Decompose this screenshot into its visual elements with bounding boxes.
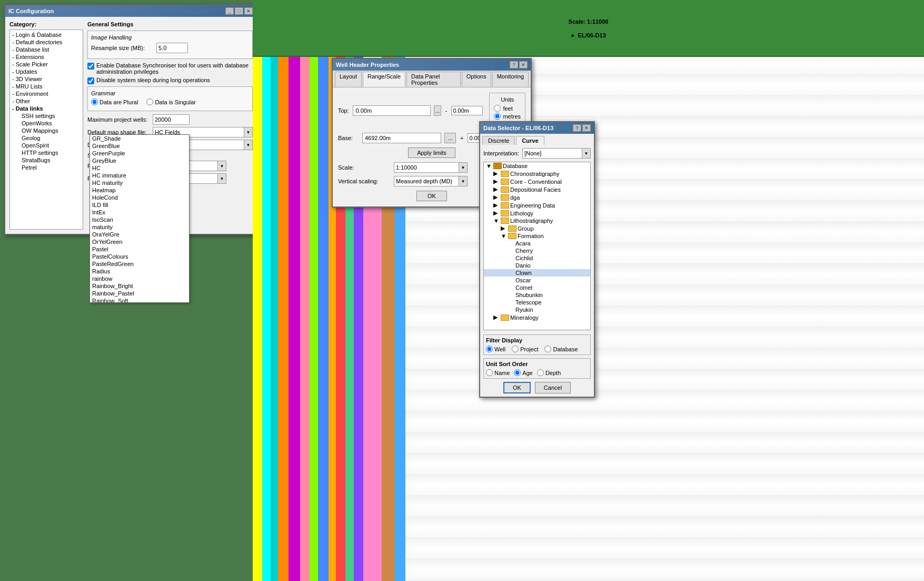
map-shape-dropdown-btn[interactable]: ▼	[244, 127, 252, 137]
tree-item-ow-mappings[interactable]: OW Mappings	[11, 127, 82, 134]
well-header-help-btn[interactable]: ?	[510, 61, 518, 68]
colormap-item-intex[interactable]: IntEx	[90, 209, 189, 216]
ds-tab-curve[interactable]: Curve	[516, 136, 544, 145]
tree-item-geolog[interactable]: Geolog	[11, 134, 82, 142]
radio-plural[interactable]: Data are Plural	[91, 99, 138, 105]
tree-item-data-links[interactable]: - Data links	[11, 105, 82, 112]
vert-scaling-dropdown-btn[interactable]: ▼	[459, 176, 467, 186]
tree-item-login-&-database[interactable]: - Login & Database	[11, 31, 82, 38]
scale-dropdown-btn[interactable]: ▼	[459, 163, 467, 172]
colormap-item-gr_shade[interactable]: GR_Shade	[90, 135, 189, 142]
wh-tab-data-panel-properties[interactable]: Data Panel Properties	[406, 72, 461, 87]
ds-tree-item-database[interactable]: ▼ Database	[484, 162, 590, 170]
sort-radio-name[interactable]: Name	[486, 369, 510, 376]
filter-radio-well[interactable]: Well	[486, 346, 505, 352]
well-header-ok-btn[interactable]: OK	[416, 191, 447, 201]
ds-tree-item-lithology[interactable]: ▶ Lithology	[484, 209, 590, 217]
colormap-item-isoscan[interactable]: IsoScan	[90, 216, 189, 223]
colormap-item-pastelcolours[interactable]: PastelColours	[90, 253, 189, 260]
data-selector-help-btn[interactable]: ?	[573, 124, 581, 132]
units-feet-radio[interactable]	[494, 105, 501, 112]
wh-tab-monitoring[interactable]: Monitoring	[492, 72, 529, 87]
calculation-dropdown-btn[interactable]: ▼	[217, 174, 226, 183]
top-input[interactable]	[353, 105, 431, 116]
surface-gradient-dropdown-btn[interactable]: ▼	[244, 140, 252, 150]
tree-item-updates[interactable]: - Updates	[11, 68, 82, 75]
well-header-close-btn[interactable]: ✕	[519, 61, 528, 68]
importing-dropdown-btn[interactable]: ▼	[217, 161, 226, 171]
ds-tree-item-depositional-facies[interactable]: ▶ Depositional Facies	[484, 185, 590, 193]
tree-item-stratabugs[interactable]: StrataBugs	[11, 156, 82, 164]
ds-tree-item-formation[interactable]: ▼ Formation	[484, 232, 590, 240]
colormap-item-rainbow_bright[interactable]: Rainbow_Bright	[90, 282, 189, 290]
tree-item-scale-picker[interactable]: - Scale Picker	[11, 61, 82, 68]
close-button[interactable]: ✕	[244, 7, 253, 15]
colormap-item-orayelgre[interactable]: OraYelGre	[90, 231, 189, 238]
ds-tree-item-engineering-data[interactable]: ▶ Engineering Data	[484, 201, 590, 209]
tree-item-mru-lists[interactable]: - MRU Lists	[11, 83, 82, 90]
sort-radio-depth[interactable]: Depth	[537, 369, 561, 376]
ds-tree-item-lithostratigraphy[interactable]: ▼ Lithostratigraphy	[484, 217, 590, 224]
colormap-item-maturity[interactable]: maturity	[90, 223, 189, 231]
tree-item-default-directories[interactable]: - Default directories	[11, 38, 82, 46]
colormap-item-holecond[interactable]: HoleCond	[90, 194, 189, 201]
colormap-item-hc-maturity[interactable]: HC maturity	[90, 179, 189, 186]
tree-item-3d-viewer[interactable]: - 3D Viewer	[11, 75, 82, 83]
tree-item-petrel[interactable]: Petrel	[11, 164, 82, 171]
ds-tab-discrete[interactable]: Discrete	[482, 136, 515, 145]
ds-tree-item-mineralogy[interactable]: ▶ Mineralogy	[484, 313, 590, 321]
ds-tree-item-danio[interactable]: Danio	[484, 262, 590, 269]
data-tree[interactable]: ▼ Database▶ Chronostratigraphy▶ Core - C…	[483, 162, 591, 330]
filter-radio-database[interactable]: Database	[544, 346, 578, 352]
wh-tab-range-scale[interactable]: Range/Scale	[363, 72, 405, 87]
vert-scaling-combobox[interactable]: Measured depth (MD) ▼	[394, 176, 468, 186]
top-unit-input[interactable]	[451, 106, 483, 115]
tree-item-extensions[interactable]: - Extensions	[11, 53, 82, 61]
ds-cancel-btn[interactable]: Cancel	[535, 382, 571, 393]
ds-tree-item-clown[interactable]: Clown	[484, 269, 590, 277]
colormap-item-pasteredgreen[interactable]: PasteRedGreen	[90, 260, 189, 268]
ds-tree-item-ryukin[interactable]: Ryukin	[484, 306, 590, 313]
ds-tree-item-acara[interactable]: Acara	[484, 240, 590, 247]
db-sync-checkbox[interactable]	[87, 63, 94, 70]
ds-tree-item-cichlid[interactable]: Cichlid	[484, 254, 590, 262]
colormap-item-rainbow_soft[interactable]: Rainbow_Soft	[90, 297, 189, 303]
data-selector-close-btn[interactable]: ✕	[582, 124, 591, 132]
colormap-dropdown[interactable]: GR_ShadeGreenBlueGreenPurpleGreyBlueHCHC…	[90, 134, 190, 303]
colormap-item-ild-fill[interactable]: ILD fill	[90, 201, 189, 209]
colormap-item-heatmap[interactable]: Heatmap	[90, 186, 189, 194]
tree-item-environment[interactable]: - Environment	[11, 90, 82, 97]
ds-tree-item-core---conventional[interactable]: ▶ Core - Conventional	[484, 178, 590, 185]
maximize-button[interactable]: □	[235, 7, 243, 15]
ds-tree-item-telescope[interactable]: Telescope	[484, 299, 590, 306]
ds-tree-item-chronostratigraphy[interactable]: ▶ Chronostratigraphy	[484, 170, 590, 178]
interp-combobox[interactable]: [None] ▼	[522, 148, 591, 159]
ds-tree-item-oscar[interactable]: Oscar	[484, 277, 590, 284]
colormap-item-greenblue[interactable]: GreenBlue	[90, 142, 189, 150]
resample-input[interactable]	[156, 43, 188, 53]
colormap-item-greenpurple[interactable]: GreenPurple	[90, 150, 189, 157]
ds-ok-btn[interactable]: OK	[503, 382, 531, 393]
interp-dropdown-btn[interactable]: ▼	[582, 149, 590, 158]
tree-item-other[interactable]: - Other	[11, 97, 82, 105]
colormap-item-pastel[interactable]: Pastel	[90, 245, 189, 253]
tree-item-ssh-settings[interactable]: SSH settings	[11, 112, 82, 120]
colormap-item-radius[interactable]: Radius	[90, 268, 189, 275]
base-input[interactable]	[362, 133, 441, 143]
tree-item-openworks[interactable]: OpenWorks	[11, 120, 82, 127]
tree-item-database-list[interactable]: - Database list	[11, 46, 82, 53]
wh-tab-layout[interactable]: Layout	[335, 72, 362, 87]
tree-item-openspirit[interactable]: OpenSpirit	[11, 142, 82, 149]
colormap-item-rainbow_pastel[interactable]: Rainbow_Pastel	[90, 290, 189, 297]
radio-singular[interactable]: Data is Singular	[146, 99, 196, 105]
sort-radio-age[interactable]: Age	[514, 369, 533, 376]
ds-tree-item-cherry[interactable]: Cherry	[484, 247, 590, 254]
filter-radio-project[interactable]: Project	[512, 346, 538, 352]
ds-tree-item-comet[interactable]: Comet	[484, 284, 590, 291]
colormap-item-greyblue[interactable]: GreyBlue	[90, 157, 189, 164]
units-metres-radio[interactable]	[494, 113, 501, 120]
top-browse-btn[interactable]: ...	[434, 105, 441, 116]
colormap-item-hc[interactable]: HC	[90, 164, 189, 172]
ds-tree-item-shubunkin[interactable]: Shubunkin	[484, 291, 590, 299]
base-browse-btn[interactable]: ...	[444, 133, 456, 143]
